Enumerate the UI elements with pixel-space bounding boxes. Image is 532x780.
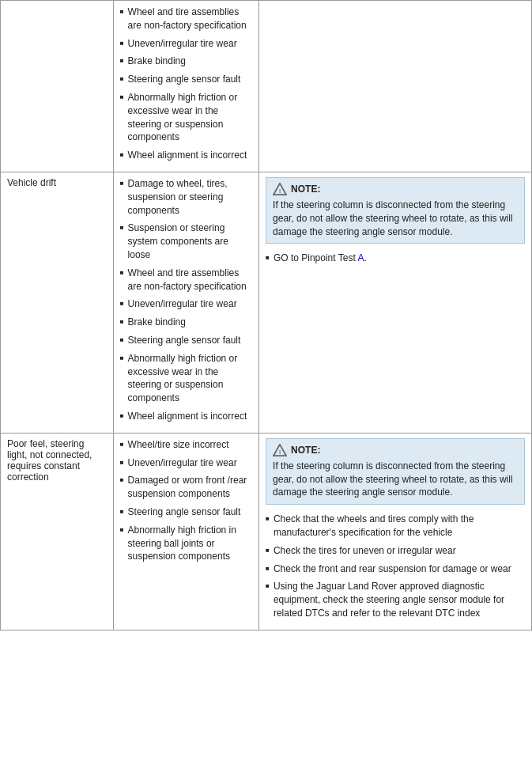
note-label-3: NOTE: <box>291 445 320 456</box>
cause-item: Abnormally high friction in steering bal… <box>120 524 252 563</box>
action-item: Using the Jaguar Land Rover approved dia… <box>266 580 525 619</box>
warning-icon-3: ! <box>273 444 287 456</box>
causes-cell-2: Damage to wheel, tires, suspension or st… <box>113 172 258 433</box>
actions-cell-3: ! NOTE: If the steering column is discon… <box>259 433 532 630</box>
symptom-text-3: Poor feel, steering light, not connected… <box>7 438 92 483</box>
table-row-2: Vehicle drift Damage to wheel, tires, su… <box>1 172 532 433</box>
cause-item: Brake binding <box>120 316 252 329</box>
note-label-2: NOTE: <box>291 184 320 195</box>
causes-list-1: Wheel and tire assemblies are non-factor… <box>120 6 252 162</box>
warning-icon: ! <box>273 183 287 195</box>
action-item: GO to Pinpoint Test A. <box>266 252 525 265</box>
symptom-cell-1 <box>1 1 114 172</box>
cause-item: Steering angle sensor fault <box>120 334 252 347</box>
cause-item: Wheel and tire assemblies are non-factor… <box>120 6 252 32</box>
actions-list-2: GO to Pinpoint Test A. <box>266 252 525 265</box>
svg-text:!: ! <box>279 187 281 195</box>
cause-item: Steering angle sensor fault <box>120 505 252 519</box>
causes-cell-3: Wheel/tire size incorrect Uneven/irregul… <box>113 433 258 630</box>
actions-cell-2: ! NOTE: If the steering column is discon… <box>259 172 532 433</box>
causes-list-2: Damage to wheel, tires, suspension or st… <box>120 177 252 423</box>
note-text-3: If the steering column is disconnected f… <box>273 460 518 499</box>
note-text-2: If the steering column is disconnected f… <box>273 199 518 238</box>
actions-cell-1 <box>259 1 532 172</box>
cause-item: Steering angle sensor fault <box>120 73 252 86</box>
cause-item: Damage to wheel, tires, suspension or st… <box>120 177 252 217</box>
cause-item: Damaged or worn front /rear suspension c… <box>120 474 252 501</box>
causes-list-3: Wheel/tire size incorrect Uneven/irregul… <box>120 438 252 563</box>
cause-item: Uneven/irregular tire wear <box>120 37 252 51</box>
cause-item: Uneven/irregular tire wear <box>120 456 252 470</box>
symptom-cell-2: Vehicle drift <box>1 172 114 433</box>
cause-item: Wheel/tire size incorrect <box>120 438 252 452</box>
cause-item: Abnormally high friction or excessive we… <box>120 91 252 144</box>
pinpoint-link-2[interactable]: A <box>357 252 364 263</box>
causes-cell-1: Wheel and tire assemblies are non-factor… <box>113 1 258 172</box>
cause-item: Wheel alignment is incorrect <box>120 410 252 423</box>
table-row-3: Poor feel, steering light, not connected… <box>1 433 532 630</box>
table-row-1: Wheel and tire assemblies are non-factor… <box>1 1 532 172</box>
cause-item: Uneven/irregular tire wear <box>120 297 252 311</box>
cause-item: Wheel alignment is incorrect <box>120 149 252 162</box>
action-text: GO to Pinpoint Test A. <box>274 252 367 265</box>
cause-item: Wheel and tire assemblies are non-factor… <box>120 267 252 293</box>
note-box-3: ! NOTE: If the steering column is discon… <box>266 438 525 505</box>
symptom-cell-3: Poor feel, steering light, not connected… <box>1 433 114 630</box>
cause-item: Suspension or steering system components… <box>120 222 252 261</box>
action-item: Check the front and rear suspension for … <box>266 562 525 576</box>
svg-text:!: ! <box>279 449 281 456</box>
actions-list-3: Check that the wheels and tires comply w… <box>266 513 525 620</box>
cause-item: Abnormally high friction or excessive we… <box>120 352 252 405</box>
note-header-3: ! NOTE: <box>273 444 518 456</box>
note-header-2: ! NOTE: <box>273 183 518 195</box>
cause-item: Brake binding <box>120 55 252 68</box>
action-item: Check that the wheels and tires comply w… <box>266 513 525 540</box>
action-item: Check the tires for uneven or irregular … <box>266 544 525 558</box>
symptom-text-2: Vehicle drift <box>7 177 56 188</box>
note-box-2: ! NOTE: If the steering column is discon… <box>266 177 525 244</box>
